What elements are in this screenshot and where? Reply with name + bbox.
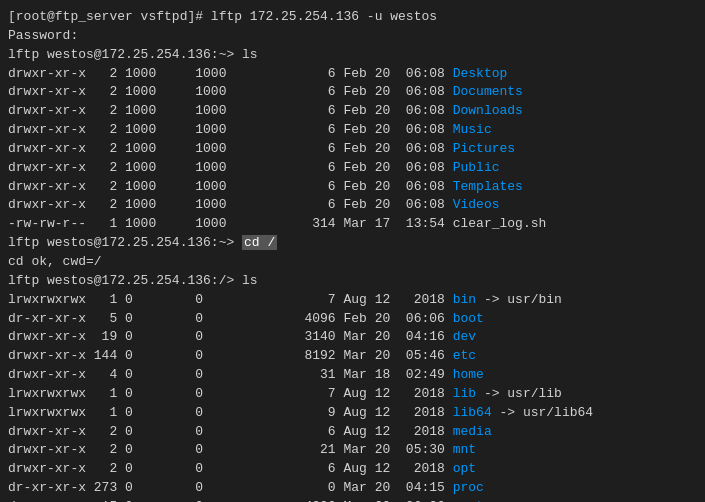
line-text: dr-xr-xr-x 273 0 0 0 Mar 20 04:15: [8, 480, 453, 495]
directory-name: home: [453, 367, 484, 382]
directory-name: Pictures: [453, 141, 515, 156]
directory-name: lib64: [453, 405, 492, 420]
terminal-line: dr-xr-xr-x 273 0 0 0 Mar 20 04:15 proc: [8, 479, 697, 498]
directory-name: Videos: [453, 197, 500, 212]
line-text: drwxr-xr-x 19 0 0 3140 Mar 20 04:16: [8, 329, 453, 344]
command-highlight: cd /: [242, 235, 277, 250]
line-text: -> usr/lib: [476, 386, 562, 401]
line-text: drwxr-xr-x 2 0 0 6 Aug 12 2018: [8, 461, 453, 476]
line-text: drwxr-xr-x 2 1000 1000 6 Feb 20 06:08: [8, 197, 453, 212]
directory-name: mnt: [453, 442, 476, 457]
directory-name: Public: [453, 160, 500, 175]
directory-name: etc: [453, 348, 476, 363]
directory-name: boot: [453, 311, 484, 326]
terminal-line: drwxr-xr-x 2 1000 1000 6 Feb 20 06:08 Mu…: [8, 121, 697, 140]
line-text: drwxr-xr-x 2 1000 1000 6 Feb 20 06:08: [8, 84, 453, 99]
line-text: drwxr-xr-x 2 1000 1000 6 Feb 20 06:08: [8, 66, 453, 81]
line-text: drwxr-xr-x 2 0 0 21 Mar 20 05:30: [8, 442, 453, 457]
directory-name: lib: [453, 386, 476, 401]
line-text: drwxr-xr-x 4 0 0 31 Mar 18 02:49: [8, 367, 453, 382]
line-text: -> usr/lib64: [492, 405, 593, 420]
directory-name: bin: [453, 292, 476, 307]
terminal-line: drwxr-xr-x 4 0 0 31 Mar 18 02:49 home: [8, 366, 697, 385]
terminal-window: [root@ftp_server vsftpd]# lftp 172.25.25…: [8, 8, 697, 502]
terminal-line: lftp westos@172.25.254.136:~> cd /: [8, 234, 697, 253]
terminal-content: [root@ftp_server vsftpd]# lftp 172.25.25…: [8, 8, 697, 502]
directory-name: Music: [453, 122, 492, 137]
terminal-line: drwxr-xr-x 2 1000 1000 6 Feb 20 06:08 Do…: [8, 83, 697, 102]
terminal-line: -rw-rw-r-- 1 1000 1000 314 Mar 17 13:54 …: [8, 215, 697, 234]
terminal-line: lrwxrwxrwx 1 0 0 7 Aug 12 2018 lib -> us…: [8, 385, 697, 404]
directory-name: media: [453, 424, 492, 439]
directory-name: Templates: [453, 179, 523, 194]
terminal-line: drwxr-xr-x 2 1000 1000 6 Feb 20 06:08 Vi…: [8, 196, 697, 215]
terminal-line: dr-xr-x--- 15 0 0 4096 Mar 20 06:26 root: [8, 498, 697, 502]
terminal-line: lftp westos@172.25.254.136:~> ls: [8, 46, 697, 65]
terminal-line: drwxr-xr-x 2 1000 1000 6 Feb 20 06:08 Pi…: [8, 140, 697, 159]
line-text: -> usr/bin: [476, 292, 562, 307]
line-text: drwxr-xr-x 2 1000 1000 6 Feb 20 06:08: [8, 160, 453, 175]
line-text: lrwxrwxrwx 1 0 0 7 Aug 12 2018: [8, 386, 453, 401]
terminal-line: cd ok, cwd=/: [8, 253, 697, 272]
line-text: drwxr-xr-x 2 0 0 6 Aug 12 2018: [8, 424, 453, 439]
line-text: drwxr-xr-x 2 1000 1000 6 Feb 20 06:08: [8, 103, 453, 118]
terminal-line: lftp westos@172.25.254.136:/> ls: [8, 272, 697, 291]
terminal-line: dr-xr-xr-x 5 0 0 4096 Feb 20 06:06 boot: [8, 310, 697, 329]
directory-name: dev: [453, 329, 476, 344]
terminal-line: drwxr-xr-x 2 1000 1000 6 Feb 20 06:08 Do…: [8, 102, 697, 121]
terminal-line: [root@ftp_server vsftpd]# lftp 172.25.25…: [8, 8, 697, 27]
terminal-line: Password:: [8, 27, 697, 46]
terminal-line: drwxr-xr-x 2 1000 1000 6 Feb 20 06:08 Pu…: [8, 159, 697, 178]
line-text: lftp westos@172.25.254.136:~>: [8, 235, 242, 250]
terminal-line: drwxr-xr-x 2 0 0 6 Aug 12 2018 media: [8, 423, 697, 442]
line-text: dr-xr-xr-x 5 0 0 4096 Feb 20 06:06: [8, 311, 453, 326]
line-text: drwxr-xr-x 2 1000 1000 6 Feb 20 06:08: [8, 179, 453, 194]
terminal-line: lrwxrwxrwx 1 0 0 7 Aug 12 2018 bin -> us…: [8, 291, 697, 310]
terminal-line: drwxr-xr-x 2 1000 1000 6 Feb 20 06:08 De…: [8, 65, 697, 84]
directory-name: Desktop: [453, 66, 508, 81]
line-text: drwxr-xr-x 2 1000 1000 6 Feb 20 06:08: [8, 141, 453, 156]
line-text: drwxr-xr-x 2 1000 1000 6 Feb 20 06:08: [8, 122, 453, 137]
terminal-line: drwxr-xr-x 2 1000 1000 6 Feb 20 06:08 Te…: [8, 178, 697, 197]
terminal-line: lrwxrwxrwx 1 0 0 9 Aug 12 2018 lib64 -> …: [8, 404, 697, 423]
terminal-line: drwxr-xr-x 19 0 0 3140 Mar 20 04:16 dev: [8, 328, 697, 347]
line-text: lrwxrwxrwx 1 0 0 7 Aug 12 2018: [8, 292, 453, 307]
terminal-line: drwxr-xr-x 144 0 0 8192 Mar 20 05:46 etc: [8, 347, 697, 366]
directory-name: Downloads: [453, 103, 523, 118]
directory-name: proc: [453, 480, 484, 495]
line-text: drwxr-xr-x 144 0 0 8192 Mar 20 05:46: [8, 348, 453, 363]
terminal-line: drwxr-xr-x 2 0 0 6 Aug 12 2018 opt: [8, 460, 697, 479]
directory-name: opt: [453, 461, 476, 476]
directory-name: Documents: [453, 84, 523, 99]
terminal-line: drwxr-xr-x 2 0 0 21 Mar 20 05:30 mnt: [8, 441, 697, 460]
line-text: lrwxrwxrwx 1 0 0 9 Aug 12 2018: [8, 405, 453, 420]
